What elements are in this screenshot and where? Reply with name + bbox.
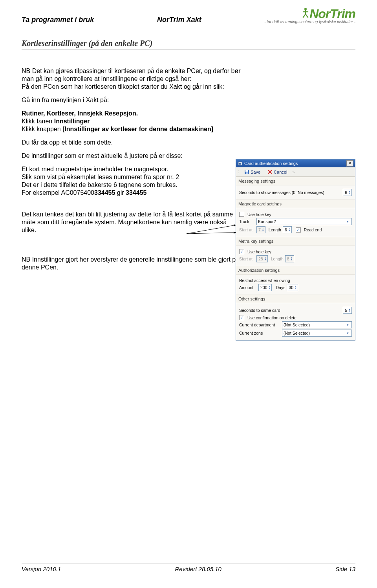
- section-header-auth: Authorization settings: [236, 266, 355, 275]
- value: Kortspor2: [258, 219, 276, 224]
- text: 334455: [94, 189, 115, 196]
- section-body-messaging: Seconds to show messages (0=No messages)…: [236, 185, 355, 200]
- text: [Innstillinger av kortleser for denne da…: [62, 126, 213, 132]
- start-at-spinner[interactable]: 7 ▲▼: [256, 226, 265, 233]
- amount-spinner[interactable]: 200 ▲▼: [258, 284, 272, 291]
- value: 6: [345, 190, 347, 195]
- text: Rutiner, Kortleser, Innsjekk Resepsjon.: [22, 110, 138, 117]
- save-icon: [244, 169, 249, 174]
- spinner-arrows-icon: ▲▼: [264, 257, 267, 261]
- label: Track: [239, 219, 255, 224]
- row: Current zone (Not Selected) ▾: [239, 330, 352, 337]
- row: ✓ Use confirmation on delete: [239, 315, 352, 320]
- row: Amount 200 ▲▼ Days 30 ▲▼: [239, 284, 352, 291]
- svg-rect-4: [239, 163, 241, 165]
- spinner-arrows-icon: ▲▼: [291, 257, 293, 261]
- paragraph: Gå inn fra menylinjen i Xakt på:: [22, 96, 242, 104]
- text: Klikk knappen: [22, 126, 62, 132]
- track-combo[interactable]: Kortspor2 ▾: [256, 218, 352, 225]
- row: ✓ Use hole key: [239, 249, 352, 254]
- section-header-metra: Metra key settings: [236, 237, 355, 245]
- value: 200: [260, 285, 267, 290]
- cancel-icon: [267, 169, 273, 174]
- text: 334455: [126, 189, 146, 196]
- value: 5: [345, 308, 347, 313]
- header-right: NorTrim - for drift av treningssentere o…: [264, 7, 355, 24]
- settings-dialog: Card authentication settings × ⦙ Save Ca…: [236, 159, 355, 341]
- cancel-button[interactable]: Cancel: [265, 169, 289, 175]
- section-body-other: Seconds to same card 5 ▲▼ ✓ Use confirma…: [236, 303, 355, 340]
- seconds-same-card-spinner[interactable]: 5 ▲▼: [343, 307, 352, 314]
- label: Start at: [239, 227, 255, 232]
- text: Det er i dette tilfellet de bakerste 6 t…: [22, 181, 178, 188]
- spinner-arrows-icon: ▲▼: [262, 228, 264, 232]
- label: Current zone: [239, 331, 280, 335]
- text: NB Det kan gjøres tilpassinger til kortl…: [22, 68, 241, 82]
- text: gir: [115, 189, 126, 196]
- chevron-down-icon: ▾: [345, 219, 350, 224]
- read-end-checkbox[interactable]: ✓: [296, 227, 301, 233]
- spinner-arrows-icon: ▲▼: [295, 286, 297, 289]
- section-header-messaging: Messaging settings: [236, 177, 355, 185]
- days-spinner[interactable]: 30 ▲▼: [287, 284, 298, 291]
- confirm-delete-checkbox[interactable]: ✓: [239, 315, 244, 320]
- metra-start-spinner[interactable]: 28 ▲▼: [256, 255, 268, 262]
- row: Restrict access when owing: [239, 278, 352, 283]
- value: (Not Selected): [284, 322, 310, 328]
- chevron-down-icon: ▾: [345, 330, 350, 336]
- svg-line-2: [187, 233, 236, 234]
- dialog-toolbar: ⦙ Save Cancel »: [236, 167, 355, 177]
- header-left: Ta programmet i bruk: [22, 16, 94, 24]
- metra-length-spinner[interactable]: 8 ▲▼: [285, 255, 294, 262]
- row: Track Kortspor2 ▾: [239, 218, 352, 225]
- row: Seconds to same card 5 ▲▼: [239, 307, 352, 314]
- text: Et kort med magnetstripe inneholder tre …: [22, 166, 168, 172]
- row: Start at 28 ▲▼ Length 8 ▲▼: [239, 255, 352, 262]
- label: Current department: [239, 322, 280, 327]
- paragraph: Du får da opp et bilde som dette.: [22, 139, 242, 147]
- text: Klikk fanen: [22, 118, 54, 125]
- chevron-down-icon: ▾: [345, 322, 350, 328]
- length-spinner[interactable]: 6 ▲▼: [283, 226, 292, 233]
- label: Length: [271, 256, 284, 261]
- page-title: Kortleserinstillinger (på den enkelte PC…: [22, 39, 355, 49]
- value: 30: [289, 285, 293, 290]
- paragraph: NB Det kan gjøres tilpassinger til kortl…: [22, 67, 242, 91]
- section-body-magnetic: Use hole key Track Kortspor2 ▾ Start at …: [236, 208, 355, 237]
- spinner-arrows-icon: ▲▼: [348, 191, 351, 194]
- footer-right: Side 13: [335, 566, 355, 572]
- close-icon[interactable]: ×: [346, 160, 353, 167]
- use-hole-key-checkbox[interactable]: [239, 212, 244, 217]
- paragraph: De innstillinger som er mest aktuelle å …: [22, 152, 242, 160]
- page-footer: Versjon 2010.1 Revidert 28.05.10 Side 13: [22, 564, 355, 572]
- metra-use-hole-key-checkbox[interactable]: ✓: [239, 249, 244, 254]
- brand-tagline: - for drift av treningssentere og fysika…: [264, 20, 355, 24]
- zone-combo[interactable]: (Not Selected) ▾: [282, 330, 352, 337]
- footer-left: Versjon 2010.1: [22, 566, 61, 572]
- svg-line-1: [187, 225, 236, 234]
- value: (Not Selected): [284, 330, 310, 336]
- value: 7: [258, 227, 261, 232]
- page-header: Ta programmet i bruk NorTrim Xakt NorTri…: [22, 7, 355, 25]
- save-button[interactable]: Save: [242, 169, 262, 175]
- label: Read end: [304, 227, 322, 232]
- label: Seconds to show messages (0=No messages): [239, 190, 341, 195]
- label: Seconds to same card: [239, 308, 341, 313]
- annotation-arrow: [187, 224, 238, 244]
- row: Use hole key: [239, 212, 352, 217]
- body-content: NB Det kan gjøres tilpassinger til kortl…: [22, 67, 242, 234]
- paragraph: Rutiner, Kortleser, Innsjekk Resepsjon. …: [22, 110, 242, 133]
- spinner-arrows-icon: ▲▼: [269, 286, 271, 289]
- label: Use hole key: [247, 249, 271, 254]
- text: På den PCen som har kortleseren tilkople…: [22, 83, 224, 90]
- label: Start at: [239, 256, 255, 261]
- cancel-label: Cancel: [274, 170, 287, 174]
- dialog-titlebar[interactable]: Card authentication settings ×: [236, 159, 355, 167]
- value: 6: [285, 227, 287, 232]
- row: Start at 7 ▲▼ Length 6 ▲▼ ✓ Read end: [239, 226, 352, 233]
- row: Current department (Not Selected) ▾: [239, 321, 352, 328]
- section-body-metra: ✓ Use hole key Start at 28 ▲▼ Length 8 ▲…: [236, 245, 355, 266]
- department-combo[interactable]: (Not Selected) ▾: [282, 321, 352, 328]
- section-body-auth: Restrict access when owing Amount 200 ▲▼…: [236, 275, 355, 295]
- messages-seconds-spinner[interactable]: 6 ▲▼: [343, 189, 352, 196]
